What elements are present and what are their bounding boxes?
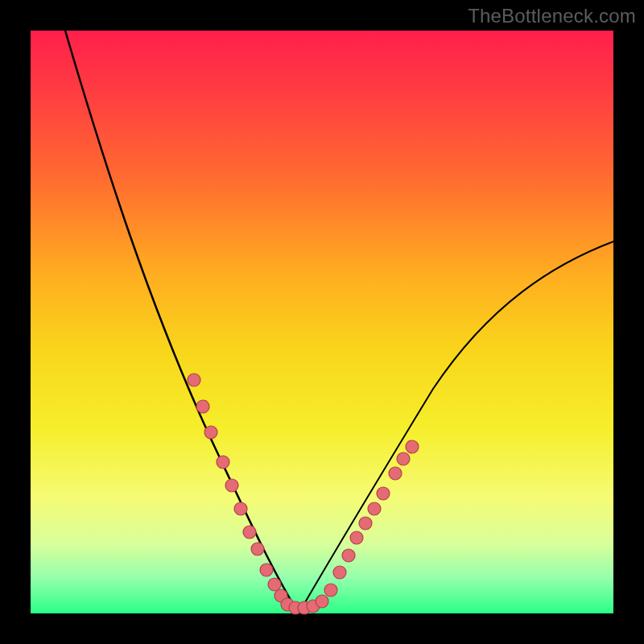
bead-dot [359,517,372,530]
bead-dot [188,374,200,386]
bead-dot [234,502,247,515]
bead-dot [243,526,256,539]
bead-dot [316,595,328,608]
bead-dot [368,502,381,515]
bead-dot [333,566,346,579]
bead-dot [268,578,281,591]
bead-dot [196,400,209,413]
bead-dot [251,543,264,555]
bead-dot [260,564,273,576]
chart-frame: TheBottleneck.com [0,0,644,644]
bead-dot [406,440,419,453]
left-curve [65,31,299,613]
bead-dot [389,467,402,480]
bead-dot [350,531,363,544]
plot-area [31,31,613,613]
bead-dot [377,487,390,500]
bead-dot [217,456,229,469]
bead-dot [324,584,337,597]
bead-dot [397,452,410,465]
bead-dot [225,479,238,492]
bead-dot [342,549,355,562]
watermark-text: TheBottleneck.com [468,5,636,27]
bead-dot [204,426,217,439]
chart-svg [31,31,613,613]
